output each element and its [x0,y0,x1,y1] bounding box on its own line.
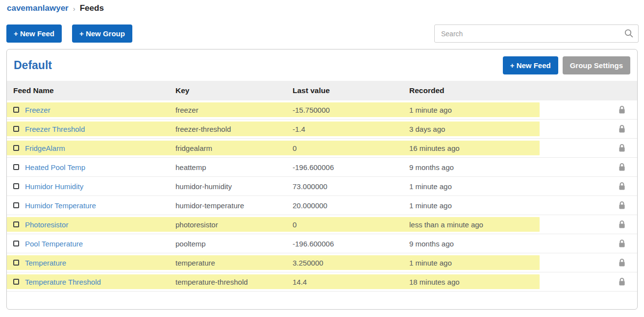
table-row: Humidor Temperature humidor-temperature … [7,196,637,215]
table-row-main: Heated Pool Temp heattemp -196.600006 9 … [7,160,540,174]
row-checkbox[interactable] [13,145,19,151]
feed-recorded-cell: 3 days ago [409,125,540,133]
lock-icon [618,277,626,286]
feed-last-value-cell: 20.000000 [293,201,409,210]
feed-key-cell: humidor-humidity [175,182,293,191]
feed-recorded-cell: 16 minutes ago [409,144,540,152]
lock-icon [618,258,626,267]
table-row-main: Freezer freezer -15.750000 1 minute ago [7,102,540,117]
breadcrumb-current: Feeds [80,3,104,13]
feed-key-cell: freezer-threshold [175,125,293,133]
feed-recorded-cell: 1 minute ago [409,182,540,191]
feed-name-cell: Heated Pool Temp [13,163,175,171]
feed-name-cell: Photoresistor [13,220,175,229]
lock-icon [618,220,626,229]
feed-key-cell: pooltemp [175,240,293,248]
feed-name-link[interactable]: Photoresistor [25,220,68,229]
lock-cell [540,139,637,157]
feed-key-cell: fridgealarm [175,144,293,152]
new-group-button[interactable]: + New Group [72,24,132,43]
table-row: Pool Temperature pooltemp -196.600006 9 … [7,234,637,253]
column-header-last-value: Last value [293,86,409,95]
table-row-main: Pool Temperature pooltemp -196.600006 9 … [7,236,540,251]
group-panel-header: Default + New Feed Group Settings [7,49,637,81]
new-feed-button[interactable]: + New Feed [6,24,62,43]
table-row: Humidor Humidity humidor-humidity 73.000… [7,177,637,196]
feed-last-value-cell: 0 [293,220,409,229]
feed-name-link[interactable]: Humidor Humidity [25,182,83,191]
row-checkbox[interactable] [13,164,19,170]
top-toolbar: + New Feed + New Group [6,24,132,43]
table-row: Photoresistor photoresistor 0 less than … [7,215,637,234]
group-title: Default [14,59,52,72]
lock-cell [540,253,637,272]
breadcrumb: cavemanlawyer › Feeds [7,3,104,13]
row-checkbox[interactable] [13,241,19,246]
feed-last-value-cell: -15.750000 [293,106,409,114]
lock-cell [540,100,637,119]
feed-recorded-cell: 9 months ago [409,163,540,171]
feed-key-cell: freezer [175,106,293,114]
feed-name-link[interactable]: Temperature [25,259,66,267]
row-checkbox[interactable] [13,221,19,227]
feed-name-link[interactable]: FridgeAlarm [25,144,65,152]
breadcrumb-user-link[interactable]: cavemanlawyer [7,3,69,13]
row-checkbox[interactable] [13,107,19,113]
feed-key-cell: humidor-temperature [175,201,293,210]
lock-cell [540,272,637,291]
table-row-main: Photoresistor photoresistor 0 less than … [7,217,540,232]
feed-name-link[interactable]: Pool Temperature [25,240,83,248]
feed-last-value-cell: 73.000000 [293,182,409,191]
feed-name-cell: FridgeAlarm [13,144,175,152]
feed-key-cell: temperature [175,259,293,267]
table-row-main: Temperature temperature 3.250000 1 minut… [7,255,540,270]
feed-name-cell: Pool Temperature [13,240,175,248]
table-row-main: Humidor Humidity humidor-humidity 73.000… [7,179,540,194]
feeds-table-body: Freezer freezer -15.750000 1 minute ago … [7,100,637,292]
row-checkbox[interactable] [13,126,19,132]
feed-last-value-cell: -1.4 [293,125,409,133]
table-row: Freezer Threshold freezer-threshold -1.4… [7,120,637,139]
feed-recorded-cell: 1 minute ago [409,259,540,267]
column-header-recorded: Recorded [409,86,637,95]
feed-key-cell: temperature-threshold [175,278,293,286]
table-row-main: Freezer Threshold freezer-threshold -1.4… [7,122,540,136]
row-checkbox[interactable] [13,202,19,208]
table-row: Heated Pool Temp heattemp -196.600006 9 … [7,158,637,177]
group-new-feed-button[interactable]: + New Feed [503,56,558,74]
feed-name-link[interactable]: Freezer Threshold [25,125,85,133]
feed-name-cell: Freezer Threshold [13,125,175,133]
lock-cell [540,177,637,195]
table-row-main: Humidor Temperature humidor-temperature … [7,198,540,213]
column-header-key: Key [175,86,293,95]
feed-recorded-cell: 1 minute ago [409,201,540,210]
row-checkbox[interactable] [13,279,19,285]
feed-last-value-cell: 3.250000 [293,259,409,267]
lock-icon [618,239,626,248]
lock-cell [540,120,637,138]
feeds-table-header: Feed Name Key Last value Recorded [7,81,637,100]
feed-last-value-cell: 0 [293,144,409,152]
table-row-main: Temperature Threshold temperature-thresh… [7,274,540,289]
row-checkbox[interactable] [13,260,19,266]
group-actions: + New Feed Group Settings [503,56,630,74]
lock-icon [618,201,626,210]
feed-last-value-cell: -196.600006 [293,163,409,171]
feed-last-value-cell: 14.4 [293,278,409,286]
feed-last-value-cell: -196.600006 [293,240,409,248]
feed-name-link[interactable]: Temperature Threshold [25,278,101,286]
feed-recorded-cell: less than a minute ago [409,220,540,229]
feed-key-cell: photoresistor [175,220,293,229]
feed-name-link[interactable]: Freezer [25,106,50,114]
table-row-main: FridgeAlarm fridgealarm 0 16 minutes ago [7,141,540,155]
feed-name-cell: Temperature [13,259,175,267]
feed-name-link[interactable]: Heated Pool Temp [25,163,85,171]
feed-recorded-cell: 18 minutes ago [409,278,540,286]
group-settings-button[interactable]: Group Settings [563,56,630,74]
lock-icon [618,105,626,114]
feed-name-link[interactable]: Humidor Temperature [25,201,96,210]
search-input[interactable] [434,24,639,43]
table-row: FridgeAlarm fridgealarm 0 16 minutes ago [7,139,637,158]
row-checkbox[interactable] [13,183,19,189]
lock-cell [540,215,637,234]
